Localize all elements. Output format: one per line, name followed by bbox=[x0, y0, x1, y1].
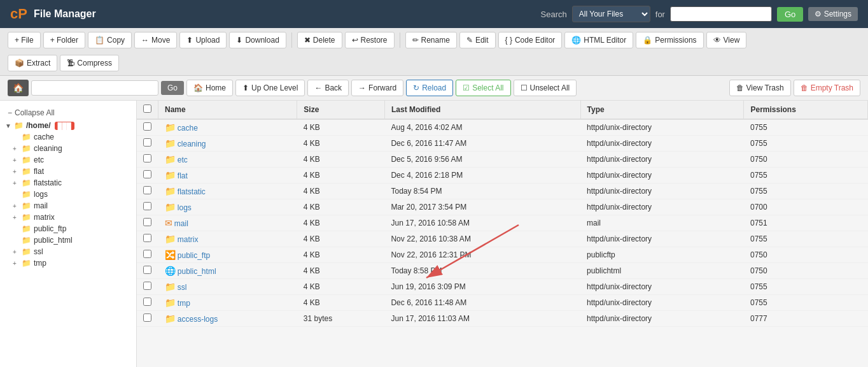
sidebar-item-public_ftp[interactable]: 📁 public_ftp bbox=[0, 223, 136, 234]
sidebar-item-flat[interactable]: + 📁 flat bbox=[0, 166, 136, 177]
table-row[interactable]: 📁 flat 4 KB Dec 4, 2016 2:18 PM httpd/un… bbox=[137, 168, 868, 184]
row-name[interactable]: 🔀 public_ftp bbox=[158, 247, 297, 263]
sidebar-item-matrix[interactable]: + 📁 matrix bbox=[0, 212, 136, 223]
sidebar-item-cache[interactable]: 📁 cache bbox=[0, 131, 136, 143]
row-name[interactable]: 📁 etc bbox=[158, 152, 297, 168]
row-checkbox[interactable] bbox=[137, 295, 158, 311]
file-name-link[interactable]: etc bbox=[178, 155, 188, 164]
sidebar-item-logs[interactable]: 📁 logs bbox=[0, 189, 136, 200]
new-file-button[interactable]: + File bbox=[8, 32, 41, 48]
row-select-checkbox[interactable] bbox=[143, 250, 151, 258]
row-select-checkbox[interactable] bbox=[143, 170, 151, 178]
col-modified[interactable]: Last Modified bbox=[384, 101, 580, 119]
table-row[interactable]: 📁 access-logs 31 bytes Jun 17, 2016 11:0… bbox=[137, 311, 868, 327]
row-checkbox[interactable] bbox=[137, 215, 158, 231]
row-name[interactable]: 📁 matrix bbox=[158, 231, 297, 247]
row-name[interactable]: 📁 cleaning bbox=[158, 136, 297, 152]
table-row[interactable]: 📁 etc 4 KB Dec 5, 2016 9:56 AM httpd/uni… bbox=[137, 152, 868, 168]
file-name-link[interactable]: flatstatic bbox=[178, 187, 206, 196]
search-input[interactable] bbox=[670, 6, 772, 22]
settings-button[interactable]: ⚙ ⚙ SettingsSettings bbox=[808, 7, 858, 21]
file-name-link[interactable]: ssl bbox=[178, 283, 187, 292]
permissions-button[interactable]: 🔒 Permissions bbox=[636, 32, 703, 48]
file-name-link[interactable]: flat bbox=[178, 171, 188, 180]
restore-button[interactable]: ↩ Restore bbox=[345, 32, 395, 48]
sidebar-item-tmp[interactable]: + 📁 tmp bbox=[0, 257, 136, 269]
row-select-checkbox[interactable] bbox=[143, 313, 151, 322]
row-select-checkbox[interactable] bbox=[143, 234, 151, 242]
nav-home-icon-button[interactable]: 🏠 bbox=[8, 80, 29, 96]
table-row[interactable]: 📁 flatstatic 4 KB Today 8:54 PM httpd/un… bbox=[137, 184, 868, 199]
row-checkbox[interactable] bbox=[137, 152, 158, 168]
nav-go-button[interactable]: Go bbox=[161, 81, 184, 95]
file-name-link[interactable]: cleaning bbox=[178, 140, 206, 148]
row-checkbox[interactable] bbox=[137, 184, 158, 199]
file-name-link[interactable]: tmp bbox=[178, 299, 190, 308]
view-button[interactable]: 👁 View bbox=[706, 32, 747, 48]
nav-empty-trash-button[interactable]: 🗑 Empty Trash bbox=[794, 80, 860, 96]
file-name-link[interactable]: mail bbox=[174, 219, 188, 228]
table-row[interactable]: 📁 cleaning 4 KB Dec 6, 2016 11:47 AM htt… bbox=[137, 136, 868, 152]
row-checkbox[interactable] bbox=[137, 279, 158, 295]
upload-button[interactable]: ⬆ Upload bbox=[179, 32, 227, 48]
table-row[interactable]: 🌐 public_html 4 KB Today 8:58 PM publich… bbox=[137, 263, 868, 279]
nav-unselect-all-button[interactable]: ☐ Unselect All bbox=[514, 80, 577, 96]
col-name[interactable]: Name bbox=[158, 101, 297, 119]
row-name[interactable]: 📁 tmp bbox=[158, 295, 297, 311]
sidebar-item-home[interactable]: ▼ 📁 /home/ ███ bbox=[0, 120, 136, 131]
row-select-checkbox[interactable] bbox=[143, 186, 151, 194]
row-checkbox[interactable] bbox=[137, 247, 158, 263]
nav-up-level-button[interactable]: ⬆ Up One Level bbox=[235, 80, 305, 96]
row-checkbox[interactable] bbox=[137, 231, 158, 247]
file-name-link[interactable]: public_ftp bbox=[178, 251, 210, 260]
row-name[interactable]: 🌐 public_html bbox=[158, 263, 297, 279]
sidebar-item-flatstatic[interactable]: + 📁 flatstatic bbox=[0, 177, 136, 189]
table-row[interactable]: 📁 logs 4 KB Mar 20, 2017 3:54 PM httpd/u… bbox=[137, 199, 868, 215]
col-type[interactable]: Type bbox=[580, 101, 744, 119]
col-permissions[interactable]: Permissions bbox=[744, 101, 868, 119]
table-row[interactable]: 📁 matrix 4 KB Nov 22, 2016 10:38 AM http… bbox=[137, 231, 868, 247]
nav-select-all-button[interactable]: ☑ Select All bbox=[456, 80, 510, 96]
nav-view-trash-button[interactable]: 🗑 View Trash bbox=[729, 80, 791, 96]
table-row[interactable]: 📁 tmp 4 KB Dec 6, 2016 11:48 AM httpd/un… bbox=[137, 295, 868, 311]
row-select-checkbox[interactable] bbox=[143, 298, 151, 306]
row-checkbox[interactable] bbox=[137, 311, 158, 327]
path-input[interactable] bbox=[31, 80, 158, 96]
row-select-checkbox[interactable] bbox=[143, 154, 151, 162]
delete-button[interactable]: ✖ Delete bbox=[297, 32, 342, 48]
row-name[interactable]: ✉ mail bbox=[158, 215, 297, 231]
collapse-all-button[interactable]: − Collapse All bbox=[0, 106, 136, 120]
rename-button[interactable]: ✏ Rename bbox=[405, 32, 457, 48]
col-size[interactable]: Size bbox=[297, 101, 385, 119]
row-select-checkbox[interactable] bbox=[143, 138, 151, 147]
new-folder-button[interactable]: + Folder bbox=[43, 32, 85, 48]
row-select-checkbox[interactable] bbox=[143, 218, 151, 226]
row-name[interactable]: 📁 flatstatic bbox=[158, 184, 297, 199]
file-name-link[interactable]: matrix bbox=[178, 235, 199, 244]
nav-back-button[interactable]: ← Back bbox=[307, 80, 349, 96]
search-go-button[interactable]: Go bbox=[777, 7, 803, 22]
code-editor-button[interactable]: { } Code Editor bbox=[498, 32, 563, 48]
row-select-checkbox[interactable] bbox=[143, 282, 151, 290]
row-select-checkbox[interactable] bbox=[143, 266, 151, 274]
sidebar-item-cleaning[interactable]: + 📁 cleaning bbox=[0, 143, 136, 154]
sidebar-item-etc[interactable]: + 📁 etc bbox=[0, 154, 136, 166]
copy-button[interactable]: 📋 Copy bbox=[88, 32, 132, 48]
search-scope-select[interactable]: All Your Files File Names Only File Cont… bbox=[572, 6, 650, 22]
row-select-checkbox[interactable] bbox=[143, 202, 151, 210]
nav-reload-button[interactable]: ↻ Reload bbox=[406, 80, 453, 96]
sidebar-item-mail[interactable]: + 📁 mail bbox=[0, 200, 136, 212]
table-row[interactable]: 📁 ssl 4 KB Jun 19, 2016 3:09 PM httpd/un… bbox=[137, 279, 868, 295]
select-all-checkbox[interactable] bbox=[143, 104, 151, 113]
sidebar-item-ssl[interactable]: + 📁 ssl bbox=[0, 246, 136, 257]
row-name[interactable]: 📁 logs bbox=[158, 199, 297, 215]
row-checkbox[interactable] bbox=[137, 199, 158, 215]
table-row[interactable]: ✉ mail 4 KB Jun 17, 2016 10:58 AM mail 0… bbox=[137, 215, 868, 231]
compress-button[interactable]: 🗜 Compress bbox=[60, 55, 119, 71]
row-name[interactable]: 📁 access-logs bbox=[158, 311, 297, 327]
extract-button[interactable]: 📦 Extract bbox=[8, 55, 57, 71]
row-checkbox[interactable] bbox=[137, 136, 158, 152]
nav-forward-button[interactable]: → Forward bbox=[351, 80, 403, 96]
table-row[interactable]: 📁 cache 4 KB Aug 4, 2016 4:02 AM httpd/u… bbox=[137, 119, 868, 136]
file-name-link[interactable]: public_html bbox=[178, 267, 216, 276]
